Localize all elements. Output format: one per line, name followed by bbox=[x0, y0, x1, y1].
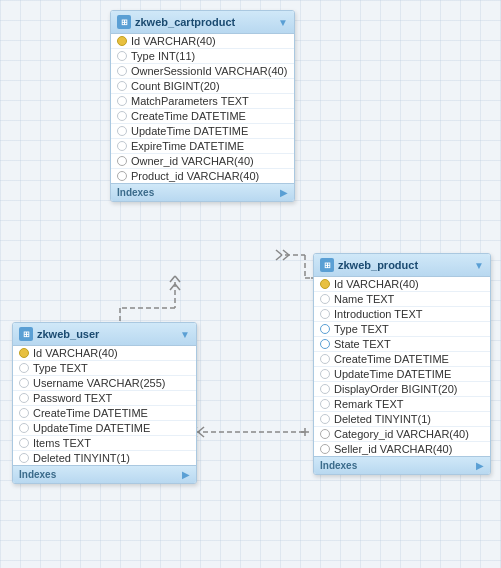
svg-line-6 bbox=[175, 284, 180, 290]
table-row: DisplayOrder BIGINT(20) bbox=[314, 382, 490, 397]
svg-line-14 bbox=[276, 250, 282, 255]
fk-icon bbox=[117, 156, 127, 166]
table-row: CreateTime DATETIME bbox=[111, 109, 294, 124]
table-row: Owner_id VARCHAR(40) bbox=[111, 154, 294, 169]
svg-line-5 bbox=[170, 284, 175, 290]
field-icon bbox=[117, 141, 127, 151]
table-row: CreateTime DATETIME bbox=[13, 406, 196, 421]
cartproduct-header[interactable]: ⊞ zkweb_cartproduct ▼ bbox=[111, 11, 294, 34]
field-icon bbox=[320, 414, 330, 424]
field-icon bbox=[117, 51, 127, 61]
cartproduct-table-icon: ⊞ bbox=[117, 15, 131, 29]
field-icon bbox=[19, 393, 29, 403]
table-row: Type TEXT bbox=[13, 361, 196, 376]
user-footer[interactable]: Indexes ▶ bbox=[13, 465, 196, 483]
idx-icon bbox=[320, 324, 330, 334]
field-icon bbox=[117, 81, 127, 91]
cartproduct-table[interactable]: ⊞ zkweb_cartproduct ▼ Id VARCHAR(40) Typ… bbox=[110, 10, 295, 202]
table-row: Deleted TINYINT(1) bbox=[13, 451, 196, 465]
table-row: Items TEXT bbox=[13, 436, 196, 451]
idx-icon bbox=[320, 339, 330, 349]
svg-line-3 bbox=[170, 276, 175, 282]
table-row: OwnerSessionId VARCHAR(40) bbox=[111, 64, 294, 79]
user-indexes-label: Indexes bbox=[19, 469, 56, 480]
product-table[interactable]: ⊞ zkweb_product ▼ Id VARCHAR(40) Name TE… bbox=[313, 253, 491, 475]
svg-line-13 bbox=[283, 255, 289, 260]
field-icon bbox=[19, 363, 29, 373]
pk-icon bbox=[19, 348, 29, 358]
field-icon bbox=[19, 408, 29, 418]
table-row: Deleted TINYINT(1) bbox=[314, 412, 490, 427]
field-icon bbox=[117, 126, 127, 136]
user-table-icon: ⊞ bbox=[19, 327, 33, 341]
field-icon bbox=[19, 423, 29, 433]
svg-line-21 bbox=[198, 427, 204, 432]
user-fields: Id VARCHAR(40) Type TEXT Username VARCHA… bbox=[13, 346, 196, 465]
table-row: State TEXT bbox=[314, 337, 490, 352]
cartproduct-fields: Id VARCHAR(40) Type INT(11) OwnerSession… bbox=[111, 34, 294, 183]
table-row: MatchParameters TEXT bbox=[111, 94, 294, 109]
product-footer-arrow: ▶ bbox=[476, 460, 484, 471]
table-row: CreateTime DATETIME bbox=[314, 352, 490, 367]
table-row: UpdateTime DATETIME bbox=[111, 124, 294, 139]
table-row: Name TEXT bbox=[314, 292, 490, 307]
field-icon bbox=[19, 438, 29, 448]
pk-icon bbox=[320, 279, 330, 289]
table-row: Id VARCHAR(40) bbox=[13, 346, 196, 361]
svg-line-12 bbox=[283, 250, 289, 255]
user-footer-arrow: ▶ bbox=[182, 469, 190, 480]
table-row: Type INT(11) bbox=[111, 49, 294, 64]
table-row: ExpireTime DATETIME bbox=[111, 139, 294, 154]
pk-icon bbox=[117, 36, 127, 46]
table-row: Id VARCHAR(40) bbox=[111, 34, 294, 49]
field-icon bbox=[117, 111, 127, 121]
table-row: Count BIGINT(20) bbox=[111, 79, 294, 94]
product-arrow-icon: ▼ bbox=[474, 260, 484, 271]
field-icon bbox=[320, 384, 330, 394]
fk-icon bbox=[320, 444, 330, 454]
cartproduct-footer-arrow: ▶ bbox=[280, 187, 288, 198]
cartproduct-indexes-label: Indexes bbox=[117, 187, 154, 198]
user-header[interactable]: ⊞ zkweb_user ▼ bbox=[13, 323, 196, 346]
field-icon bbox=[320, 399, 330, 409]
product-fields: Id VARCHAR(40) Name TEXT Introduction TE… bbox=[314, 277, 490, 456]
field-icon bbox=[117, 96, 127, 106]
cartproduct-table-name: zkweb_cartproduct bbox=[135, 16, 235, 28]
fk-icon bbox=[117, 171, 127, 181]
product-table-icon: ⊞ bbox=[320, 258, 334, 272]
user-arrow-icon: ▼ bbox=[180, 329, 190, 340]
field-icon bbox=[320, 309, 330, 319]
table-row: Remark TEXT bbox=[314, 397, 490, 412]
fk-icon bbox=[320, 429, 330, 439]
cartproduct-footer[interactable]: Indexes ▶ bbox=[111, 183, 294, 201]
field-icon bbox=[320, 369, 330, 379]
field-icon bbox=[320, 294, 330, 304]
table-row: UpdateTime DATETIME bbox=[314, 367, 490, 382]
cartproduct-arrow-icon: ▼ bbox=[278, 17, 288, 28]
user-table[interactable]: ⊞ zkweb_user ▼ Id VARCHAR(40) Type TEXT … bbox=[12, 322, 197, 484]
field-icon bbox=[19, 453, 29, 463]
table-row: Password TEXT bbox=[13, 391, 196, 406]
svg-line-15 bbox=[276, 255, 282, 260]
field-icon bbox=[320, 354, 330, 364]
user-table-name: zkweb_user bbox=[37, 328, 99, 340]
field-icon bbox=[117, 66, 127, 76]
field-icon bbox=[19, 378, 29, 388]
table-row: Product_id VARCHAR(40) bbox=[111, 169, 294, 183]
table-row: Type TEXT bbox=[314, 322, 490, 337]
table-row: Introduction TEXT bbox=[314, 307, 490, 322]
product-indexes-label: Indexes bbox=[320, 460, 357, 471]
table-row: Category_id VARCHAR(40) bbox=[314, 427, 490, 442]
svg-line-22 bbox=[198, 432, 204, 437]
table-row: UpdateTime DATETIME bbox=[13, 421, 196, 436]
svg-line-4 bbox=[175, 276, 180, 282]
product-header[interactable]: ⊞ zkweb_product ▼ bbox=[314, 254, 490, 277]
table-row: Id VARCHAR(40) bbox=[314, 277, 490, 292]
table-row: Seller_id VARCHAR(40) bbox=[314, 442, 490, 456]
product-footer[interactable]: Indexes ▶ bbox=[314, 456, 490, 474]
table-row: Username VARCHAR(255) bbox=[13, 376, 196, 391]
product-table-name: zkweb_product bbox=[338, 259, 418, 271]
